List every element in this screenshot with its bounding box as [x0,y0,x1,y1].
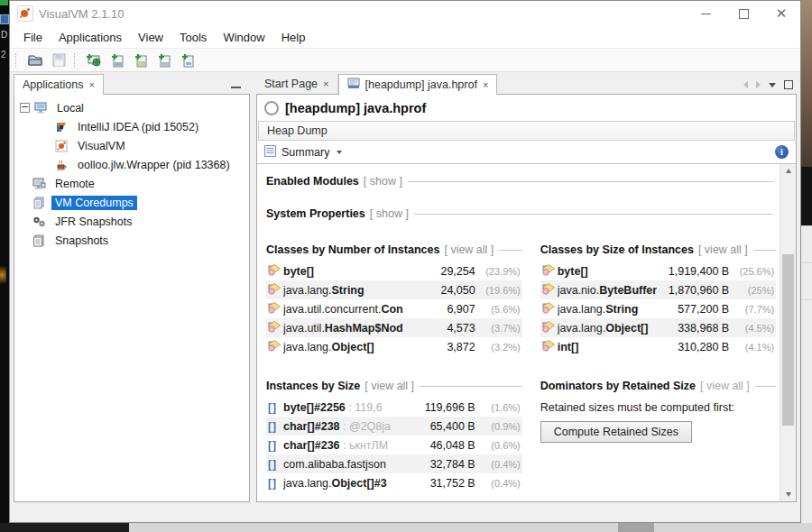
menu-applications[interactable]: Applications [51,31,130,44]
system-properties-header: System Properties [ show ] [266,207,773,220]
tab-start-page[interactable]: Start Page × [256,74,338,94]
heap-dump-section-bar[interactable]: Heap Dump [258,121,795,141]
add-vm-coredump-icon[interactable] [154,51,174,69]
summary-scroll-wrap: Enabled Modules [ show ] System Properti… [257,164,796,501]
table-row[interactable]: java.lang.String 24,050 (19.6%) [266,280,522,299]
instance-size: 46,048 B [403,439,475,452]
left-column: Classes by Number of Instances [ view al… [266,243,522,492]
info-icon[interactable]: i [775,145,789,159]
close-icon[interactable]: × [88,79,94,90]
section-title: Classes by Number of Instances [266,243,439,256]
menu-help[interactable]: Help [273,31,314,44]
scroll-tabs-left-icon[interactable] [743,81,748,88]
toolbar-grip [74,53,78,68]
compute-retained-sizes-button[interactable]: Compute Retained Sizes [540,421,692,443]
jfr-snapshots-icon [32,216,47,228]
menu-tools[interactable]: Tools [171,31,215,44]
classes-by-size-table: byte[] 1,919,400 B (25.6%) java.nio.Byte… [540,261,776,356]
toolbar [10,49,800,72]
scroll-tabs-right-icon[interactable] [756,81,761,88]
percent: (0.6%) [475,440,521,451]
scroll-down-icon[interactable] [780,488,796,501]
desktop-mark [0,263,6,287]
table-row[interactable]: [] char[]#236 : ькнтЛМ 46,048 B (0.6%) [266,436,522,454]
close-icon[interactable]: × [483,79,488,90]
view-toolbar: Summary i [257,141,796,164]
tree-item-visualvm[interactable]: VisualVM [18,136,249,155]
menu-view[interactable]: View [130,31,171,44]
view-all-link[interactable]: [ view all ] [444,243,494,256]
view-all-link[interactable]: [ view all ] [698,243,748,256]
save-icon[interactable] [49,51,69,69]
menu-window[interactable]: Window [215,31,272,44]
table-row[interactable]: java.lang.Object[] 3,872 (3.2%) [266,337,522,356]
menu-file[interactable]: File [15,31,51,44]
tree-item-label: VisualVM [74,139,129,153]
class-icon [542,321,558,335]
add-jmx-connection-icon[interactable] [107,51,127,69]
sidebar-minimize-icon[interactable] [231,87,241,88]
applications-tree: Local IntelliJ IDEA (pid 15052) [14,94,250,502]
minimize-button[interactable] [687,1,724,26]
add-remote-host-icon[interactable] [84,51,104,69]
chevron-down-icon[interactable] [337,151,342,154]
tab-heapdump[interactable]: [heapdump] java.hprof × [338,74,498,95]
table-row[interactable]: byte[] 1,919,400 B (25.6%) [540,261,776,280]
table-row[interactable]: java.lang.Object[] 338,968 B (4.5%) [540,318,776,337]
visualvm-logo-icon [17,5,33,22]
table-row[interactable]: [] com.alibaba.fastjson 32,784 B (0.4%) [266,454,522,473]
vertical-scrollbar[interactable] [780,164,796,501]
show-link[interactable]: [ show ] [364,175,402,188]
tree-item-local[interactable]: Local [18,98,249,117]
add-local-application-icon[interactable] [131,51,151,69]
class-icon [268,264,283,279]
collapse-toggle-icon[interactable] [20,103,30,113]
divider [420,386,522,387]
class-icon [268,283,283,298]
scroll-up-icon[interactable] [780,164,796,178]
table-row[interactable]: [] char[]#238 : @2Q8ja 65,400 B (0.9%) [266,417,522,436]
table-row[interactable]: java.util.concurrent.Con 6,907 (5.6%) [266,299,522,318]
open-file-icon[interactable] [25,51,45,69]
tree-item-intellij[interactable]: IntelliJ IDEA (pid 15052) [18,117,249,136]
heap-dump-section-label: Heap Dump [267,124,328,137]
close-icon[interactable]: × [323,78,328,89]
instance-count: 3,872 [403,341,475,353]
background-scrollbar-thumb [618,523,654,532]
sidebar-splitter[interactable] [250,73,256,502]
class-name: java.util.HashMap$Nod [283,322,403,335]
table-row[interactable]: java.util.HashMap$Nod 4,573 (3.7%) [266,318,522,337]
view-all-link[interactable]: [ view all ] [700,380,750,392]
view-all-link[interactable]: [ view all ] [364,380,414,392]
percent: (0.9%) [475,421,521,432]
instance-size: 31,752 B [403,477,475,490]
table-row[interactable]: java.lang.String 577,200 B (7.7%) [540,299,776,318]
close-button[interactable]: ✕ [762,1,800,26]
tree-item-snapshots[interactable]: Snapshots [18,231,249,250]
tree-item-wrapper[interactable]: oolloo.jlw.Wrapper (pid 13368) [18,155,249,174]
percent: (4.1%) [729,342,774,353]
tree-item-label: Snapshots [51,234,112,248]
tree-item-jfr-snapshots[interactable]: JFR Snapshots [18,212,249,231]
tree-item-remote[interactable]: Remote [18,174,249,193]
table-row[interactable]: [] java.lang.Object[]#3 31,752 B (0.4%) [266,473,522,492]
table-row[interactable]: [] byte[]#2256 : 119,6 119,696 B (1.6%) [266,398,522,417]
tab-list-dropdown-icon[interactable] [769,83,776,87]
show-link[interactable]: [ show ] [370,207,409,220]
table-row[interactable]: java.nio.ByteBuffer 1,870,960 B (25%) [540,280,776,299]
add-snapshot-icon[interactable] [178,51,198,69]
percent: (25.6%) [729,266,774,277]
tab-applications[interactable]: Applications × [14,74,104,95]
maximize-panel-icon[interactable] [784,80,793,89]
tree-item-vm-coredumps[interactable]: VM Coredumps [18,193,249,212]
titlebar: VisualVM 2.1.10 ✕ [10,1,800,26]
visualvm-icon [55,140,69,152]
instance-count: 29,254 [403,265,475,278]
table-row[interactable]: int[] 310,280 B (4.1%) [540,337,776,356]
view-selector[interactable]: Summary [281,146,329,159]
scrollbar-thumb[interactable] [782,254,794,426]
table-row[interactable]: byte[] 29,254 (23.9%) [266,261,522,280]
maximize-button[interactable] [724,1,762,26]
tab-start-page-label: Start Page [264,78,318,90]
visualvm-window: VisualVM 2.1.10 ✕ File Applications View… [9,0,801,523]
